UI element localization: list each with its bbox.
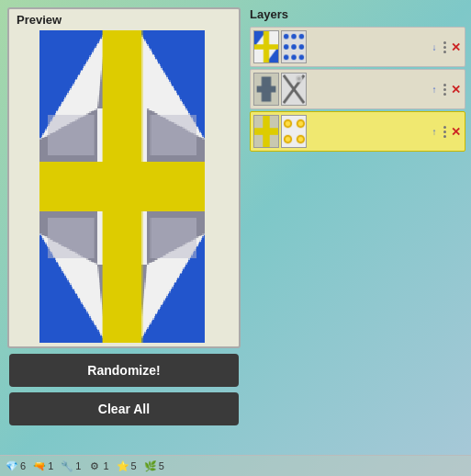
layer-thumb-2: [281, 115, 307, 148]
drag-handle-icon[interactable]: [443, 84, 446, 96]
layer-thumbs: [253, 30, 307, 63]
layer-controls: ↑ ✕: [428, 125, 462, 138]
clear-all-button[interactable]: Clear All: [9, 392, 239, 425]
status-value-2: 1: [48, 460, 53, 471]
randomize-button[interactable]: Randomize!: [9, 354, 239, 387]
leaf-icon: 🌿: [144, 459, 157, 472]
status-value-1: 6: [20, 460, 26, 471]
up-arrow-icon[interactable]: ↑: [428, 83, 441, 96]
preview-box: Preview: [7, 7, 241, 348]
delete-icon[interactable]: ✕: [449, 83, 462, 96]
buttons-area: Randomize! Clear All: [7, 354, 241, 425]
status-item-3: 🔧 1: [61, 459, 81, 472]
gun-icon: 🔫: [33, 459, 46, 472]
layer-thumbs: [253, 115, 307, 148]
layer-thumb-2: [281, 73, 307, 106]
left-panel: Preview Randomize! Clear All: [0, 0, 248, 455]
layers-title: Layers: [250, 7, 465, 21]
preview-canvas: [39, 30, 205, 343]
drag-handle-icon[interactable]: [443, 126, 446, 138]
layer-row: ↑ ✕: [250, 69, 465, 109]
down-arrow-icon[interactable]: ↓: [428, 40, 441, 53]
layers-list: ↓ ✕ ↑ ✕: [250, 27, 465, 152]
diamond-icon: 💎: [6, 459, 18, 472]
status-item-2: 🔫 1: [33, 459, 53, 472]
layer-thumb-1: [253, 115, 279, 148]
layer-row-active: ↑ ✕: [250, 111, 465, 152]
gear-icon: ⚙: [88, 459, 101, 472]
main-container: Preview Randomize! Clear All Layers ↓: [0, 0, 471, 455]
right-panel: Layers ↓ ✕: [248, 0, 471, 455]
delete-icon[interactable]: ✕: [449, 125, 462, 138]
star-icon: ⭐: [117, 459, 129, 472]
status-item-1: 💎 6: [6, 459, 26, 472]
status-bar: 💎 6 🔫 1 🔧 1 ⚙ 1 ⭐ 5 🌿 5: [0, 455, 471, 476]
status-value-6: 5: [159, 460, 164, 471]
layer-thumb-2: [281, 30, 307, 63]
status-value-4: 1: [103, 460, 108, 471]
drag-handle-icon[interactable]: [443, 41, 446, 53]
preview-title: Preview: [13, 13, 231, 27]
status-item-4: ⚙ 1: [88, 459, 108, 472]
status-value-3: 1: [75, 460, 81, 471]
status-value-5: 5: [131, 460, 137, 471]
layer-thumbs: [253, 73, 307, 106]
layer-thumb-1: [253, 30, 279, 63]
up-arrow-icon[interactable]: ↑: [428, 125, 441, 138]
delete-icon[interactable]: ✕: [449, 40, 462, 53]
status-item-5: ⭐ 5: [117, 459, 137, 472]
status-item-6: 🌿 5: [144, 459, 164, 472]
layer-row: ↓ ✕: [250, 27, 465, 67]
wrench-icon: 🔧: [61, 459, 73, 472]
layer-controls: ↓ ✕: [428, 40, 462, 53]
layer-controls: ↑ ✕: [428, 83, 462, 96]
layer-thumb-1: [253, 73, 279, 106]
